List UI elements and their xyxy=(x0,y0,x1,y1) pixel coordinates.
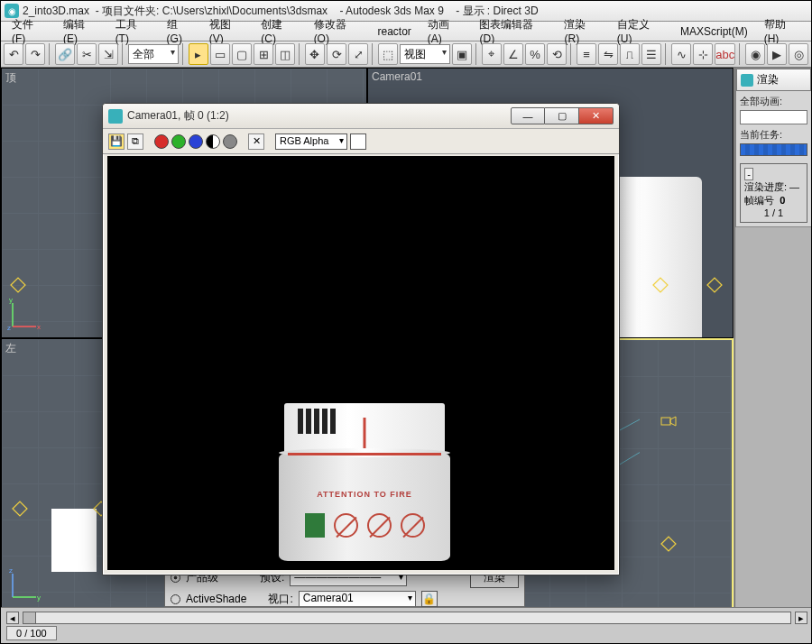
center-pivot-button[interactable]: ▣ xyxy=(452,43,472,65)
model-side xyxy=(51,509,97,572)
prohibit-icon xyxy=(401,513,425,538)
svg-rect-17 xyxy=(661,418,670,425)
channel-red-button[interactable] xyxy=(154,134,169,149)
select-button[interactable]: ▸ xyxy=(189,43,208,65)
menu-customize[interactable]: 自定义(U) xyxy=(610,15,671,47)
render-window-titlebar[interactable]: Camera01, 帧 0 (1:2) — ▢ ✕ xyxy=(103,104,619,129)
render-window-icon xyxy=(108,109,123,124)
main-toolbar: ↶ ↷ 🔗 ✂ ⇲ 全部 ▸ ▭ ▢ ⊞ ◫ ✥ ⟳ ⤢ ⬚ 视图 ▣ ⌖ ∠ … xyxy=(1,41,811,68)
menu-bar: 文件(F) 编辑(E) 工具(T) 组(G) 视图(V) 创建(C) 修改器(O… xyxy=(1,22,811,41)
menu-graph[interactable]: 图表编辑器(D) xyxy=(472,15,555,47)
select-rect-button[interactable]: ▢ xyxy=(232,43,252,65)
bg-color-swatch[interactable] xyxy=(350,133,366,150)
render-viewport[interactable]: ATTENTION TO FIRE xyxy=(107,156,614,570)
menu-help[interactable]: 帮助(H) xyxy=(757,15,807,47)
mirror-button[interactable]: ⇋ xyxy=(598,43,618,65)
channel-blue-button[interactable] xyxy=(189,134,203,149)
gizmo-icon xyxy=(9,276,27,294)
menu-reactor[interactable]: reactor xyxy=(370,23,418,40)
frame-total: 1 / 1 xyxy=(744,207,803,218)
menu-maxscript[interactable]: MAXScript(M) xyxy=(673,23,755,40)
schematic-button[interactable]: ⊹ xyxy=(693,43,713,65)
anim-label: 全部动画: xyxy=(740,95,807,108)
status-bar: ◂ ▸ 0 / 100 xyxy=(1,607,812,643)
viewport-dropdown[interactable]: Camera01 xyxy=(299,591,416,607)
right-panel: 渲染 全部动画: 当前任务: - 渲染进度: — 帧编号 0 1 / 1 xyxy=(734,68,811,609)
select-crossing-button[interactable]: ◫ xyxy=(275,43,295,65)
lock-icon[interactable]: 🔒 xyxy=(421,591,438,607)
exit-sign-icon xyxy=(305,513,325,538)
undo-button[interactable]: ↶ xyxy=(4,43,23,65)
menu-animation[interactable]: 动画(A) xyxy=(420,15,471,47)
select-name-button[interactable]: ▭ xyxy=(210,43,230,65)
gizmo-icon xyxy=(706,276,724,294)
svg-text:z: z xyxy=(7,324,11,332)
menu-group[interactable]: 组(G) xyxy=(160,15,200,47)
attention-label: ATTENTION TO FIRE xyxy=(279,490,450,499)
viewport-label: 左 xyxy=(5,341,16,356)
link-button[interactable]: 🔗 xyxy=(55,43,75,65)
minimize-button[interactable]: — xyxy=(511,107,545,124)
scroll-left-icon[interactable]: ◂ xyxy=(6,612,19,624)
move-button[interactable]: ✥ xyxy=(305,43,325,65)
render-last-button[interactable]: ◎ xyxy=(789,43,808,65)
channel-dropdown[interactable]: RGB Alpha xyxy=(275,133,347,150)
reference-coord-button[interactable]: ⬚ xyxy=(378,43,398,65)
close-button[interactable]: ✕ xyxy=(579,107,614,124)
svg-text:z: z xyxy=(9,566,13,575)
task-label: 当前任务: xyxy=(740,128,807,142)
menu-create[interactable]: 创建(C) xyxy=(254,15,304,47)
menu-tools[interactable]: 工具(T) xyxy=(108,15,158,47)
clone-button[interactable]: ⧉ xyxy=(127,133,143,150)
layer-button[interactable]: ☰ xyxy=(641,43,661,65)
axis-gizmo-icon: z y xyxy=(7,566,43,603)
select-window-button[interactable]: ⊞ xyxy=(254,43,273,65)
rendered-object: ATTENTION TO FIRE xyxy=(279,385,450,561)
bind-button[interactable]: ⇲ xyxy=(98,43,118,65)
menu-file[interactable]: 文件(F) xyxy=(5,15,54,47)
named-sel-button[interactable]: ≡ xyxy=(577,43,596,65)
redo-button[interactable]: ↷ xyxy=(25,43,45,65)
render-output-window[interactable]: Camera01, 帧 0 (1:2) — ▢ ✕ 💾 ⧉ ✕ RGB Alph… xyxy=(102,103,620,575)
curve-editor-button[interactable]: ∿ xyxy=(671,43,691,65)
axis-gizmo-icon: y x z xyxy=(7,296,43,332)
unlink-button[interactable]: ✂ xyxy=(77,43,97,65)
viewmode-dropdown[interactable]: 视图 xyxy=(400,44,450,64)
clear-button[interactable]: ✕ xyxy=(248,133,264,150)
angle-snap-button[interactable]: ∠ xyxy=(503,43,523,65)
svg-marker-6 xyxy=(653,278,668,292)
time-slider[interactable]: ◂ ▸ xyxy=(6,612,807,624)
channel-mono-button[interactable] xyxy=(223,134,237,149)
percent-snap-button[interactable]: % xyxy=(525,43,545,65)
channel-alpha-button[interactable] xyxy=(206,134,220,149)
save-image-button[interactable]: 💾 xyxy=(108,133,125,150)
spinner-snap-button[interactable]: ⟲ xyxy=(547,43,567,65)
channel-green-button[interactable] xyxy=(171,134,186,149)
progress-label: 渲染进度: xyxy=(744,181,787,192)
render-progress-panel: 渲染 全部动画: 当前任务: - 渲染进度: — 帧编号 0 1 / 1 xyxy=(735,68,812,227)
menu-render[interactable]: 渲染(R) xyxy=(557,15,607,47)
svg-marker-0 xyxy=(11,278,25,292)
rotate-button[interactable]: ⟳ xyxy=(327,43,346,65)
menu-view[interactable]: 视图(V) xyxy=(202,15,253,47)
scroll-right-icon[interactable]: ▸ xyxy=(795,612,807,624)
scale-button[interactable]: ⤢ xyxy=(348,43,368,65)
snap-button[interactable]: ⌖ xyxy=(482,43,502,65)
anim-field[interactable] xyxy=(740,110,807,124)
material-button[interactable]: abc xyxy=(715,43,735,65)
quick-render-button[interactable]: ▶ xyxy=(767,43,787,65)
radio-activeshade[interactable] xyxy=(171,594,180,604)
frame-box: - 渲染进度: — 帧编号 0 1 / 1 xyxy=(740,163,807,223)
selection-scope-dropdown[interactable]: 全部 xyxy=(128,44,179,64)
render-button[interactable]: ◉ xyxy=(745,43,765,65)
scroll-track[interactable] xyxy=(23,612,791,624)
maximize-button[interactable]: ▢ xyxy=(545,107,579,124)
menu-edit[interactable]: 编辑(E) xyxy=(56,15,106,47)
align-button[interactable]: ⎍ xyxy=(620,43,640,65)
menu-modifier[interactable]: 修改器(O) xyxy=(307,15,369,47)
svg-marker-20 xyxy=(661,537,676,551)
svg-marker-18 xyxy=(670,417,676,426)
collapse-icon[interactable]: - xyxy=(744,168,753,180)
task-progress xyxy=(740,143,807,156)
gizmo-icon xyxy=(660,535,678,553)
